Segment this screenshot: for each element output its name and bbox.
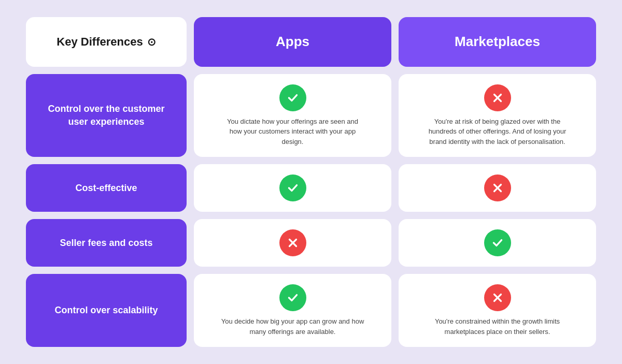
cell-marketplaces-customer-experience: You're at risk of being glazed over with…: [399, 74, 596, 157]
row-label-cost-effective: Cost-effective: [26, 164, 187, 212]
cell-marketplaces-cost-effective: [399, 164, 596, 212]
row-label-text: Cost-effective: [75, 182, 137, 195]
cross-icon-red: [484, 284, 511, 311]
cell-text: You're at risk of being glazed over with…: [425, 117, 570, 147]
comparison-table: Key Differences ⊙ Apps Marketplaces Cont…: [26, 17, 596, 347]
cross-icon-red: [484, 174, 511, 201]
row-label-text: Control over scalability: [54, 304, 158, 317]
cell-text: You dictate how your offerings are seen …: [220, 117, 365, 147]
cell-apps-cost-effective: [194, 164, 391, 212]
check-icon-green: [279, 284, 306, 311]
header-apps-label: Apps: [276, 34, 309, 50]
cell-apps-customer-experience: You dictate how your offerings are seen …: [194, 74, 391, 157]
cell-text: You decide how big your app can grow and…: [220, 316, 365, 337]
cell-marketplaces-seller-fees: [399, 219, 596, 267]
header-marketplaces: Marketplaces: [399, 17, 596, 67]
header-marketplaces-label: Marketplaces: [455, 34, 540, 50]
header-key-differences: Key Differences ⊙: [26, 17, 187, 67]
check-icon-green: [279, 174, 306, 201]
cell-apps-seller-fees: [194, 219, 391, 267]
row-label-scalability: Control over scalability: [26, 274, 187, 347]
row-label-text: Seller fees and costs: [60, 237, 152, 250]
sort-icon[interactable]: ⊙: [147, 36, 156, 48]
check-icon-green: [279, 84, 306, 111]
row-label-customer-experience: Control over the customer user experienc…: [26, 74, 187, 157]
header-apps: Apps: [194, 17, 391, 67]
cell-marketplaces-scalability: You're constrained within the growth lim…: [399, 274, 596, 347]
row-label-text: Control over the customer user experienc…: [38, 103, 174, 128]
cross-icon-red: [279, 229, 306, 256]
cell-text: You're constrained within the growth lim…: [425, 316, 570, 337]
cell-apps-scalability: You decide how big your app can grow and…: [194, 274, 391, 347]
header-key-label: Key Differences ⊙: [56, 35, 156, 49]
row-label-seller-fees: Seller fees and costs: [26, 219, 187, 267]
cross-icon-red: [484, 84, 511, 111]
check-icon-green: [484, 229, 511, 256]
